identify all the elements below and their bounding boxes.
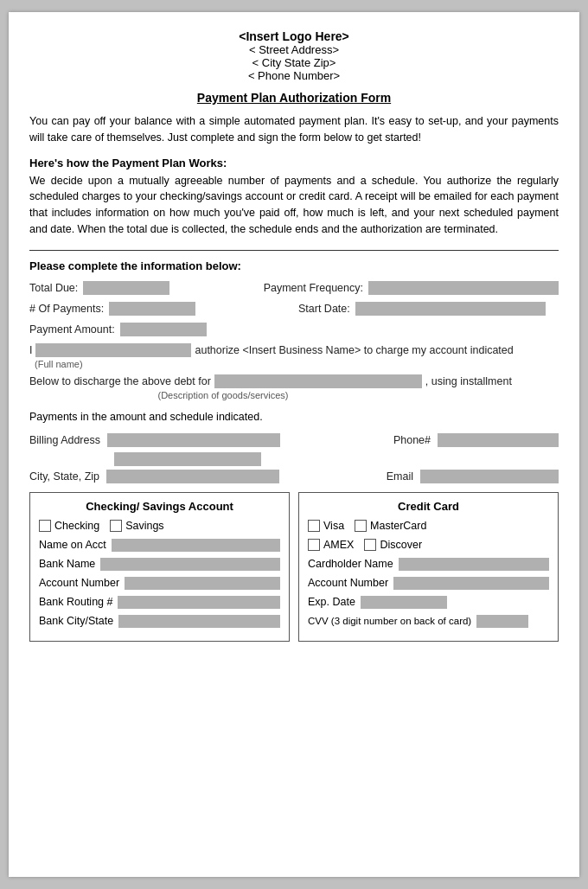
cardholder-name-label: Cardholder Name [308,558,393,570]
how-it-works-title: Here's how the Payment Plan Works: [29,157,559,169]
intro-text: You can pay off your balance with a simp… [29,113,559,146]
using-installment-text: , using installment [425,375,512,387]
payment-amount-input[interactable] [120,323,207,336]
billing-address-input[interactable] [107,433,280,447]
start-date-label: Start Date: [298,303,350,315]
payment-frequency-group: Payment Frequency: [264,281,559,295]
visa-label: Visa [323,520,344,532]
checking-checkbox-item[interactable]: Checking [39,520,99,532]
city-state-zip-input[interactable] [106,470,279,483]
cvv-label: CVV (3 digit number on back of card) [308,616,471,626]
account-number-input[interactable] [125,577,280,590]
exp-date-input[interactable] [361,596,447,609]
billing-address-row: Billing Address Phone# [29,433,559,447]
cc-account-number-input[interactable] [393,577,549,590]
full-name-input[interactable] [35,343,191,357]
amex-checkbox-item[interactable]: AMEX [308,539,354,551]
billing-address2-input[interactable] [114,452,261,466]
total-due-label: Total Due: [29,282,78,294]
account-section: Checking/ Savings Account Checking Savin… [29,492,559,642]
billing-address-label: Billing Address [29,434,100,446]
full-name-sublabel: (Full name) [31,359,559,369]
savings-checkbox[interactable] [110,520,122,532]
bank-city-state-label: Bank City/State [39,615,113,627]
description-input[interactable] [214,374,422,388]
discover-label: Discover [380,539,422,551]
bank-name-row: Bank Name [39,558,280,571]
cardholder-name-input[interactable] [399,558,549,571]
row-payments-startdate: # Of Payments: Start Date: [29,302,559,316]
num-payments-group: # Of Payments: [29,302,290,316]
cc-account-number-label: Account Number [308,577,388,589]
billing-section: Billing Address Phone# City, State, Zip … [29,433,559,483]
exp-date-label: Exp. Date [308,596,355,608]
page: <Insert Logo Here> < Street Address> < C… [9,12,579,877]
bank-routing-input[interactable] [118,596,280,609]
divider [29,250,559,251]
cvv-input[interactable] [476,615,528,628]
city-state-zip-label: City, State, Zip [29,470,99,483]
checking-label: Checking [54,520,99,532]
discharge-row: Below to discharge the above debt for , … [29,374,559,388]
credit-card-title: Credit Card [308,500,549,513]
mastercard-checkbox-item[interactable]: MasterCard [355,520,426,532]
bank-routing-label: Bank Routing # [39,596,112,608]
name-on-acct-input[interactable] [112,539,280,552]
visa-checkbox-item[interactable]: Visa [308,520,344,532]
visa-checkbox[interactable] [308,520,320,532]
credit-card-box: Credit Card Visa MasterCard AMEX [298,492,559,642]
header: <Insert Logo Here> < Street Address> < C… [29,29,559,82]
bank-city-state-row: Bank City/State [39,615,280,628]
phone-number: < Phone Number> [29,69,559,82]
discover-checkbox[interactable] [364,539,376,551]
cc-account-number-row: Account Number [308,577,549,590]
savings-checkbox-item[interactable]: Savings [110,520,163,532]
card-type-row2: AMEX Discover [308,539,549,551]
card-type-row1: Visa MasterCard [308,520,549,532]
i-label: I [29,344,32,356]
num-payments-label: # Of Payments: [29,303,104,315]
billing-addr2-row [29,452,559,466]
savings-label: Savings [125,520,163,532]
city-state-zip: < City State Zip> [29,56,559,69]
payments-in-text: Payments in the amount and schedule indi… [29,411,559,423]
bank-routing-row: Bank Routing # [39,596,280,609]
start-date-input[interactable] [355,302,546,316]
row-payment-amount: Payment Amount: [29,323,559,336]
phone-input[interactable] [438,433,559,447]
account-number-label: Account Number [39,577,119,589]
desc-sublabel: (Description of goods/services) [119,390,327,400]
checking-savings-title: Checking/ Savings Account [39,500,280,513]
bank-name-input[interactable] [100,558,280,571]
total-due-input[interactable] [83,281,169,295]
bank-city-state-input[interactable] [118,615,280,628]
mastercard-checkbox[interactable] [355,520,367,532]
how-it-works-body: We decide upon a mutually agreeable numb… [29,173,559,238]
account-number-row: Account Number [39,577,280,590]
checking-savings-box: Checking/ Savings Account Checking Savin… [29,492,290,642]
cvv-row: CVV (3 digit number on back of card) [308,615,549,628]
cardholder-name-row: Cardholder Name [308,558,549,571]
row-total-frequency: Total Due: Payment Frequency: [29,281,559,295]
form-title: Payment Plan Authorization Form [29,91,559,105]
payment-frequency-label: Payment Frequency: [264,282,363,294]
phone-label: Phone# [393,434,431,446]
logo-text: <Insert Logo Here> [29,29,559,43]
payment-amount-label: Payment Amount: [29,323,115,336]
payment-frequency-input[interactable] [368,281,559,295]
bank-name-label: Bank Name [39,558,95,570]
amex-checkbox[interactable] [308,539,320,551]
exp-date-row: Exp. Date [308,596,549,609]
checking-savings-checkboxes: Checking Savings [39,520,280,532]
name-on-acct-row: Name on Acct [39,539,280,552]
total-due-group: Total Due: [29,281,255,295]
discover-checkbox-item[interactable]: Discover [364,539,422,551]
email-input[interactable] [420,470,559,483]
name-on-acct-label: Name on Acct [39,539,106,551]
num-payments-input[interactable] [109,302,195,316]
checking-checkbox[interactable] [39,520,51,532]
city-state-row: City, State, Zip Email [29,470,559,483]
authorize-mid-text: authorize <Insert Business Name> to char… [195,344,513,356]
start-date-group: Start Date: [298,302,559,316]
complete-label: Please complete the information below: [29,259,559,272]
